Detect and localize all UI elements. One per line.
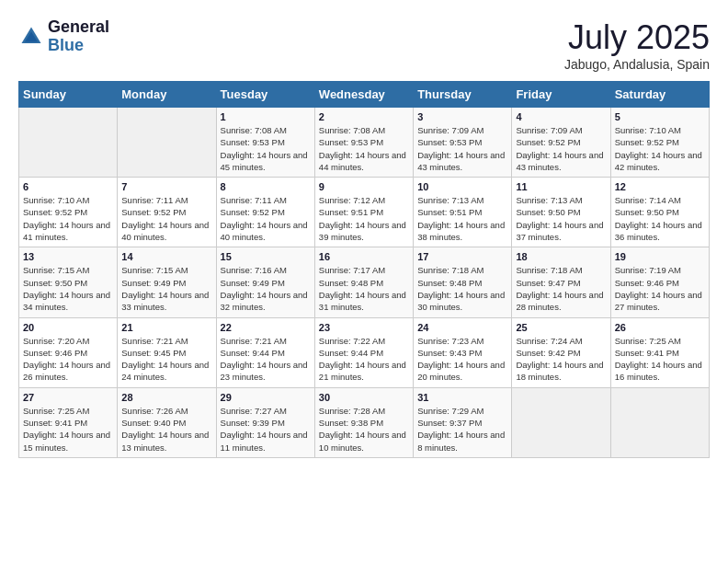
day-cell: 25Sunrise: 7:24 AM Sunset: 9:42 PM Dayli… <box>512 317 610 387</box>
day-cell: 20Sunrise: 7:20 AM Sunset: 9:46 PM Dayli… <box>19 317 118 387</box>
weekday-header-thursday: Thursday <box>414 82 512 108</box>
day-number: 6 <box>23 181 113 192</box>
day-number: 21 <box>121 322 211 333</box>
day-cell: 26Sunrise: 7:25 AM Sunset: 9:41 PM Dayli… <box>610 317 709 387</box>
day-number: 23 <box>319 322 409 333</box>
day-cell: 7Sunrise: 7:11 AM Sunset: 9:52 PM Daylig… <box>118 178 216 247</box>
day-number: 31 <box>417 392 507 403</box>
day-info: Sunrise: 7:28 AM Sunset: 9:38 PM Dayligh… <box>319 405 409 454</box>
day-number: 27 <box>23 392 113 403</box>
day-number: 4 <box>516 111 606 122</box>
day-info: Sunrise: 7:09 AM Sunset: 9:53 PM Dayligh… <box>417 124 507 173</box>
day-info: Sunrise: 7:23 AM Sunset: 9:43 PM Dayligh… <box>417 335 507 384</box>
calendar-table: SundayMondayTuesdayWednesdayThursdayFrid… <box>18 81 710 458</box>
day-info: Sunrise: 7:18 AM Sunset: 9:48 PM Dayligh… <box>417 264 507 313</box>
day-info: Sunrise: 7:10 AM Sunset: 9:52 PM Dayligh… <box>23 194 113 243</box>
day-cell: 27Sunrise: 7:25 AM Sunset: 9:41 PM Dayli… <box>19 387 118 457</box>
day-info: Sunrise: 7:08 AM Sunset: 9:53 PM Dayligh… <box>221 124 311 173</box>
day-number: 24 <box>417 322 507 333</box>
week-row-3: 13Sunrise: 7:15 AM Sunset: 9:50 PM Dayli… <box>19 247 710 317</box>
day-info: Sunrise: 7:11 AM Sunset: 9:52 PM Dayligh… <box>221 194 311 243</box>
weekday-header-monday: Monday <box>118 82 216 108</box>
day-number: 25 <box>516 322 606 333</box>
day-cell: 13Sunrise: 7:15 AM Sunset: 9:50 PM Dayli… <box>19 247 118 317</box>
day-cell: 10Sunrise: 7:13 AM Sunset: 9:51 PM Dayli… <box>414 178 512 247</box>
day-cell <box>19 108 118 178</box>
day-info: Sunrise: 7:25 AM Sunset: 9:41 PM Dayligh… <box>615 335 705 384</box>
day-number: 19 <box>615 251 705 262</box>
day-info: Sunrise: 7:24 AM Sunset: 9:42 PM Dayligh… <box>516 335 606 384</box>
day-cell: 23Sunrise: 7:22 AM Sunset: 9:44 PM Dayli… <box>314 317 413 387</box>
day-cell: 31Sunrise: 7:29 AM Sunset: 9:37 PM Dayli… <box>414 387 512 457</box>
day-info: Sunrise: 7:09 AM Sunset: 9:52 PM Dayligh… <box>516 124 606 173</box>
day-cell <box>118 108 216 178</box>
day-info: Sunrise: 7:13 AM Sunset: 9:51 PM Dayligh… <box>417 194 507 243</box>
day-info: Sunrise: 7:22 AM Sunset: 9:44 PM Dayligh… <box>319 335 409 384</box>
day-number: 22 <box>221 322 311 333</box>
day-info: Sunrise: 7:26 AM Sunset: 9:40 PM Dayligh… <box>121 405 211 454</box>
location: Jabugo, Andalusia, Spain <box>564 57 710 72</box>
weekday-header-friday: Friday <box>512 82 610 108</box>
day-info: Sunrise: 7:11 AM Sunset: 9:52 PM Dayligh… <box>121 194 211 243</box>
day-info: Sunrise: 7:27 AM Sunset: 9:39 PM Dayligh… <box>221 405 311 454</box>
day-cell: 5Sunrise: 7:10 AM Sunset: 9:52 PM Daylig… <box>610 108 709 178</box>
day-cell: 15Sunrise: 7:16 AM Sunset: 9:49 PM Dayli… <box>216 247 314 317</box>
weekday-header-saturday: Saturday <box>610 82 709 108</box>
logo-general: General <box>48 18 109 37</box>
day-info: Sunrise: 7:16 AM Sunset: 9:49 PM Dayligh… <box>221 264 311 313</box>
month-year: July 2025 <box>564 18 710 57</box>
day-number: 8 <box>221 181 311 192</box>
day-cell: 2Sunrise: 7:08 AM Sunset: 9:53 PM Daylig… <box>314 108 413 178</box>
day-number: 20 <box>23 322 113 333</box>
day-cell: 30Sunrise: 7:28 AM Sunset: 9:38 PM Dayli… <box>314 387 413 457</box>
logo-icon <box>18 24 44 50</box>
day-number: 3 <box>417 111 507 122</box>
week-row-4: 20Sunrise: 7:20 AM Sunset: 9:46 PM Dayli… <box>19 317 710 387</box>
day-cell: 16Sunrise: 7:17 AM Sunset: 9:48 PM Dayli… <box>314 247 413 317</box>
day-cell: 18Sunrise: 7:18 AM Sunset: 9:47 PM Dayli… <box>512 247 610 317</box>
day-cell: 28Sunrise: 7:26 AM Sunset: 9:40 PM Dayli… <box>118 387 216 457</box>
title-block: July 2025 Jabugo, Andalusia, Spain <box>564 18 710 72</box>
day-number: 28 <box>121 392 211 403</box>
day-number: 7 <box>121 181 211 192</box>
day-info: Sunrise: 7:15 AM Sunset: 9:49 PM Dayligh… <box>121 264 211 313</box>
day-info: Sunrise: 7:21 AM Sunset: 9:45 PM Dayligh… <box>121 335 211 384</box>
day-info: Sunrise: 7:20 AM Sunset: 9:46 PM Dayligh… <box>23 335 113 384</box>
day-cell: 9Sunrise: 7:12 AM Sunset: 9:51 PM Daylig… <box>314 178 413 247</box>
day-cell: 17Sunrise: 7:18 AM Sunset: 9:48 PM Dayli… <box>414 247 512 317</box>
weekday-header-wednesday: Wednesday <box>314 82 413 108</box>
day-info: Sunrise: 7:18 AM Sunset: 9:47 PM Dayligh… <box>516 264 606 313</box>
day-info: Sunrise: 7:13 AM Sunset: 9:50 PM Dayligh… <box>516 194 606 243</box>
day-cell: 1Sunrise: 7:08 AM Sunset: 9:53 PM Daylig… <box>216 108 314 178</box>
day-cell: 29Sunrise: 7:27 AM Sunset: 9:39 PM Dayli… <box>216 387 314 457</box>
day-number: 12 <box>615 181 705 192</box>
day-number: 30 <box>319 392 409 403</box>
day-cell: 6Sunrise: 7:10 AM Sunset: 9:52 PM Daylig… <box>19 178 118 247</box>
day-cell: 19Sunrise: 7:19 AM Sunset: 9:46 PM Dayli… <box>610 247 709 317</box>
day-number: 17 <box>417 251 507 262</box>
day-info: Sunrise: 7:17 AM Sunset: 9:48 PM Dayligh… <box>319 264 409 313</box>
day-cell: 24Sunrise: 7:23 AM Sunset: 9:43 PM Dayli… <box>414 317 512 387</box>
week-row-1: 1Sunrise: 7:08 AM Sunset: 9:53 PM Daylig… <box>19 108 710 178</box>
logo: General Blue <box>18 18 109 55</box>
week-row-2: 6Sunrise: 7:10 AM Sunset: 9:52 PM Daylig… <box>19 178 710 247</box>
day-info: Sunrise: 7:08 AM Sunset: 9:53 PM Dayligh… <box>319 124 409 173</box>
day-cell <box>610 387 709 457</box>
day-cell: 3Sunrise: 7:09 AM Sunset: 9:53 PM Daylig… <box>414 108 512 178</box>
day-number: 13 <box>23 251 113 262</box>
day-cell: 8Sunrise: 7:11 AM Sunset: 9:52 PM Daylig… <box>216 178 314 247</box>
day-number: 14 <box>121 251 211 262</box>
day-number: 26 <box>615 322 705 333</box>
weekday-header-tuesday: Tuesday <box>216 82 314 108</box>
day-number: 2 <box>319 111 409 122</box>
day-info: Sunrise: 7:15 AM Sunset: 9:50 PM Dayligh… <box>23 264 113 313</box>
day-info: Sunrise: 7:12 AM Sunset: 9:51 PM Dayligh… <box>319 194 409 243</box>
day-number: 15 <box>221 251 311 262</box>
day-number: 10 <box>417 181 507 192</box>
day-info: Sunrise: 7:29 AM Sunset: 9:37 PM Dayligh… <box>417 405 507 454</box>
day-cell: 4Sunrise: 7:09 AM Sunset: 9:52 PM Daylig… <box>512 108 610 178</box>
weekday-header-row: SundayMondayTuesdayWednesdayThursdayFrid… <box>19 82 710 108</box>
day-cell: 11Sunrise: 7:13 AM Sunset: 9:50 PM Dayli… <box>512 178 610 247</box>
day-number: 16 <box>319 251 409 262</box>
day-number: 18 <box>516 251 606 262</box>
